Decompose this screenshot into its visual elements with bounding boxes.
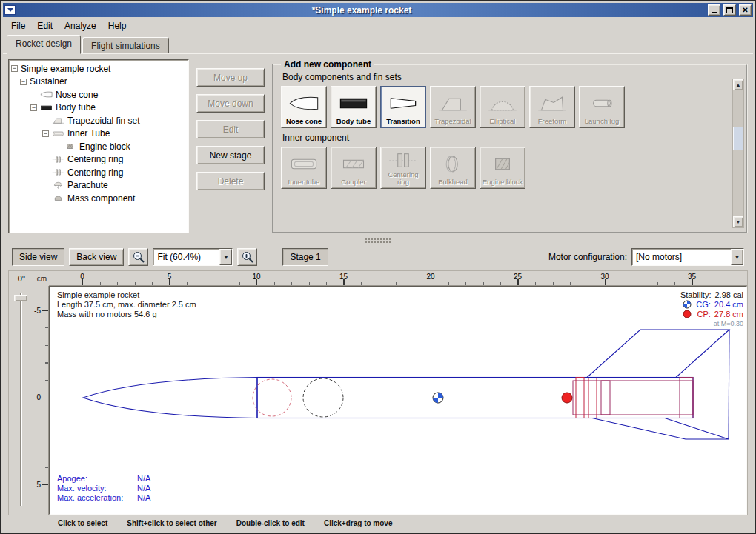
tree-item-inner-tube[interactable]: − Inner Tube xyxy=(9,127,188,141)
rocket-canvas[interactable]: Simple example rocket Length 37.5 cm, ma… xyxy=(49,286,747,515)
tree-item-centering-ring-2[interactable]: Centering ring xyxy=(9,166,188,179)
stage-1-toggle[interactable]: Stage 1 xyxy=(282,248,328,266)
tab-flight-simulations[interactable]: Flight simulations xyxy=(82,37,169,53)
inner-tube-icon xyxy=(52,130,64,138)
engine-block-icon xyxy=(487,154,518,174)
component-tree: − Simple example rocket − Sustainer Nose… xyxy=(8,59,189,233)
combo-arrow-icon[interactable]: ▼ xyxy=(731,249,743,265)
side-view-button[interactable]: Side view xyxy=(12,248,64,266)
parachute-icon xyxy=(52,181,64,190)
rocket-body-outline xyxy=(83,378,693,418)
panel-splitter[interactable] xyxy=(3,236,753,245)
scroll-up-icon[interactable]: ▲ xyxy=(733,79,743,90)
add-coupler-button: Coupler xyxy=(331,147,377,189)
collapse-expander-icon[interactable]: − xyxy=(11,65,18,72)
parachute-outline[interactable] xyxy=(253,379,291,416)
magnifier-minus-icon xyxy=(132,250,145,264)
tree-item-engine-block[interactable]: Engine block xyxy=(9,140,188,153)
tree-item-mass-component[interactable]: Mass component xyxy=(9,192,188,205)
zoom-in-button[interactable] xyxy=(237,248,257,266)
vertical-ruler: -5 0 5 xyxy=(34,286,49,515)
collapse-expander-icon[interactable]: − xyxy=(20,79,27,85)
svg-text:Stability:2.98 cal: Stability:2.98 cal xyxy=(680,290,743,299)
close-button[interactable]: ✕ xyxy=(739,4,752,16)
combo-arrow-icon[interactable]: ▼ xyxy=(219,249,232,265)
menu-bar: File Edit Analyze Help xyxy=(3,17,753,34)
new-stage-button[interactable]: New stage xyxy=(196,146,265,164)
body-tube-icon xyxy=(40,104,53,112)
inner-component-label: Inner component xyxy=(282,133,727,143)
magnifier-plus-icon xyxy=(241,250,254,264)
hint-bar: Click to select Shift+click to select ot… xyxy=(3,515,753,531)
openrocket-window: *Simple example rocket ✕ File Edit Analy… xyxy=(0,0,756,534)
add-nose-cone-button[interactable]: Nose cone xyxy=(281,86,327,128)
menu-help[interactable]: Help xyxy=(103,19,132,33)
menu-file[interactable]: File xyxy=(6,19,30,33)
tree-item-rocket[interactable]: − Simple example rocket xyxy=(9,62,188,76)
motor-configuration-select[interactable]: [No motors] ▼ xyxy=(631,248,744,266)
rocket-view-area: 0° cm 0 5 10 15 20 25 30 35 -5 0 5 xyxy=(8,270,748,515)
collapse-expander-icon[interactable]: − xyxy=(30,104,37,111)
scrollbar-thumb[interactable] xyxy=(733,127,743,150)
svg-text:Apogee:: Apogee: xyxy=(57,474,87,483)
cg-symbol-icon xyxy=(683,301,691,308)
maximize-icon xyxy=(726,7,733,13)
svg-text:N/A: N/A xyxy=(137,484,151,493)
tree-item-centering-ring-1[interactable]: Centering ring xyxy=(9,153,188,167)
motor-configuration-label: Motor configuration: xyxy=(548,252,627,262)
tree-item-sustainer[interactable]: − Sustainer xyxy=(9,76,188,89)
motor-mount-outline[interactable] xyxy=(573,378,693,418)
rotation-slider[interactable] xyxy=(9,286,34,515)
collapse-expander-icon[interactable]: − xyxy=(42,130,49,137)
minimize-button[interactable] xyxy=(708,4,720,16)
zoom-select[interactable]: Fit (60.4%) ▼ xyxy=(153,248,233,266)
hint-click: Click to select xyxy=(58,519,107,527)
body-component-buttons: Nose cone Body tube Transition Trapezoid… xyxy=(281,86,727,128)
edit-button: Edit xyxy=(196,120,265,138)
svg-text:CP:27.8 cm: CP:27.8 cm xyxy=(697,310,743,318)
add-body-tube-button[interactable]: Body tube xyxy=(331,86,377,128)
mass-component-outline[interactable] xyxy=(303,378,343,417)
slider-thumb[interactable] xyxy=(14,295,27,301)
add-component-title: Add new component xyxy=(281,59,374,70)
ruler-unit: cm xyxy=(34,271,49,286)
tab-rocket-design[interactable]: Rocket design xyxy=(7,35,81,54)
move-up-button: Move up xyxy=(196,68,265,87)
tree-item-fin-set[interactable]: Trapezoidal fin set xyxy=(9,114,188,127)
centering-ring-icon xyxy=(52,156,64,164)
fin-outline[interactable] xyxy=(587,330,729,439)
svg-text:CG:20.4 cm: CG:20.4 cm xyxy=(696,300,743,309)
centering-ring-icon xyxy=(52,168,64,176)
add-trapezoidal-fin-button: Trapezoidal xyxy=(430,86,476,128)
add-elliptical-fin-button: Elliptical xyxy=(480,86,525,128)
tree-item-nose-cone[interactable]: Nose cone xyxy=(9,88,188,101)
engine-block-icon xyxy=(64,142,76,150)
menu-edit[interactable]: Edit xyxy=(32,19,58,33)
tree-action-buttons: Move up Move down Edit New stage Delete xyxy=(196,59,265,233)
elliptical-fin-icon xyxy=(487,93,518,113)
add-freeform-fin-button: Freeform xyxy=(529,86,575,128)
add-transition-button[interactable]: Transition xyxy=(380,86,426,128)
scroll-down-icon[interactable]: ▼ xyxy=(733,216,743,227)
zoom-out-button[interactable] xyxy=(128,248,148,266)
title-bar[interactable]: *Simple example rocket ✕ xyxy=(3,3,753,17)
design-panel: − Simple example rocket − Sustainer Nose… xyxy=(3,54,753,236)
maximize-button[interactable] xyxy=(723,4,736,16)
menu-analyze[interactable]: Analyze xyxy=(59,19,102,33)
rocket-diagram: Simple example rocket Length 37.5 cm, ma… xyxy=(50,287,747,514)
coupler-icon xyxy=(338,154,369,174)
svg-text:N/A: N/A xyxy=(137,493,151,502)
rocket-info: Simple example rocket Length 37.5 cm, ma… xyxy=(57,290,196,318)
tree-item-parachute[interactable]: Parachute xyxy=(9,179,188,193)
svg-text:Max. velocity:: Max. velocity: xyxy=(57,484,107,493)
body-components-label: Body components and fin sets xyxy=(282,72,727,82)
add-engine-block-button: Engine block xyxy=(480,147,525,189)
inner-tube-icon xyxy=(288,154,319,174)
minimize-icon xyxy=(712,12,717,13)
delete-button: Delete xyxy=(196,172,265,190)
component-scrollbar[interactable]: ▲ ▼ xyxy=(732,79,744,228)
back-view-button[interactable]: Back view xyxy=(69,248,124,266)
freeform-fin-icon xyxy=(537,93,568,113)
tree-item-body-tube[interactable]: − Body tube xyxy=(9,101,188,115)
svg-text:Simple example rocket: Simple example rocket xyxy=(57,290,139,299)
